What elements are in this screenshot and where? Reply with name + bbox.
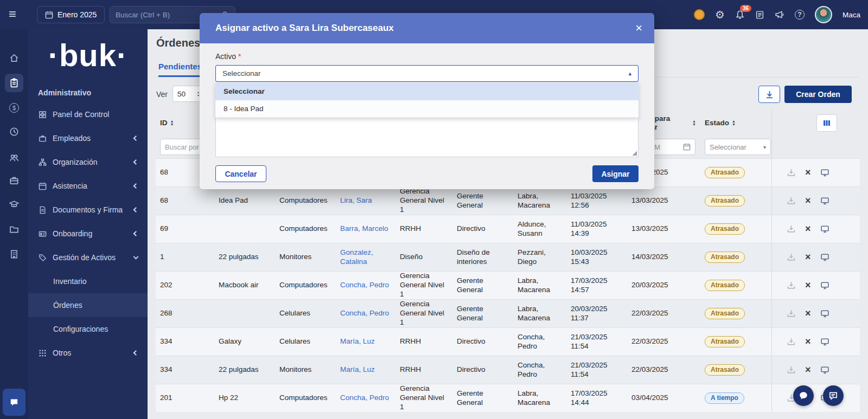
cell-asignado-por: Aldunce, Susann [513, 215, 566, 243]
assign-download-icon[interactable] [787, 196, 796, 205]
assign-download-icon[interactable] [787, 168, 796, 177]
device-monitor-icon[interactable] [820, 196, 829, 205]
sidebar-item-asistencia[interactable]: Asistencia [28, 174, 148, 198]
filter-estado-select[interactable]: Seleccionar ▾ [705, 139, 771, 155]
orders-clipboard-icon[interactable] [5, 74, 23, 92]
employee-link[interactable]: Concha, Pedro [340, 394, 389, 403]
briefcase-icon[interactable] [5, 171, 23, 190]
news-icon[interactable] [755, 10, 764, 20]
calendar-icon [45, 11, 53, 19]
device-monitor-icon[interactable] [820, 224, 829, 234]
user-avatar[interactable] [815, 6, 832, 23]
sidebar-subitem-configuraciones[interactable]: Configuraciones [28, 317, 148, 341]
sidebar-item-label: Gestión de Activos [53, 253, 116, 262]
sidebar-subitem-inventario[interactable]: Inventario [28, 269, 148, 293]
cancel-x-icon[interactable]: × [805, 166, 811, 179]
device-monitor-icon[interactable] [820, 168, 829, 177]
required-asterisk: * [238, 52, 241, 61]
employee-link[interactable]: Lira, Sara [340, 196, 372, 205]
device-monitor-icon[interactable] [820, 253, 829, 262]
table-body: 68 13/03/2025 Atrasado × 68 Idea Pad Com… [156, 158, 860, 412]
cancel-x-icon[interactable]: × [805, 223, 811, 235]
sidebar-item-documentos-y-firma[interactable]: Documentos y Firma [28, 198, 148, 222]
sidebar-item-onboarding[interactable]: Onboarding [28, 222, 148, 246]
documents-folder-icon[interactable] [5, 220, 23, 238]
assign-download-icon[interactable] [787, 253, 796, 262]
export-download-button[interactable] [758, 86, 780, 103]
chat-square-icon [828, 391, 838, 401]
assign-download-icon[interactable] [787, 365, 796, 375]
row-actions: × [771, 300, 860, 327]
cell-asignado-por: Labra, Macarena [513, 187, 566, 215]
tab-pendientes[interactable]: Pendientes [158, 62, 202, 77]
assign-download-icon[interactable] [787, 337, 796, 346]
payroll-dollar-icon[interactable]: $ [5, 99, 23, 117]
sidebar-subitem-ordenes[interactable]: Órdenes [28, 293, 148, 317]
employee-link[interactable]: Gonzalez, Catalina [340, 248, 391, 267]
assign-download-icon[interactable] [787, 281, 796, 290]
period-selector[interactable]: Enero 2025 [37, 6, 105, 23]
resize-handle[interactable] [633, 151, 637, 156]
header-estado[interactable]: Estado▲▼ [700, 111, 771, 136]
device-monitor-icon[interactable] [820, 365, 829, 375]
sidebar-item-otros[interactable]: Otros [28, 341, 148, 365]
sidebar-item-empleados[interactable]: Empleados [28, 126, 148, 150]
chevron-left-icon [133, 350, 139, 356]
activo-select-value: Seleccionar [222, 69, 261, 78]
launcher-chat-button[interactable] [3, 389, 25, 416]
employee-link[interactable]: María, Luz [340, 337, 375, 346]
device-monitor-icon[interactable] [820, 281, 829, 290]
employee-link[interactable]: Concha, Pedro [340, 309, 389, 318]
activo-select[interactable]: Seleccionar ▴ [215, 65, 639, 82]
user-name: Maca [843, 11, 860, 19]
cell-asignado-por: Labra, Macarena [513, 384, 566, 412]
row-actions: × [771, 384, 860, 412]
people-icon[interactable] [5, 149, 23, 167]
training-cap-icon[interactable] [5, 195, 23, 214]
assign-asset-modal: Asignar activo a Sara Lira Subercaseaux … [200, 13, 654, 189]
dropdown-option-idea-pad[interactable]: 8 - Idea Pad [215, 100, 639, 118]
cell-id: 334 [156, 328, 214, 356]
employee-link[interactable]: María, Luz [340, 365, 375, 375]
cancel-x-icon[interactable]: × [805, 336, 811, 348]
cell-fecha: 11/03/2025 14:39 [566, 215, 627, 243]
cancel-x-icon[interactable]: × [805, 251, 811, 263]
cell-area: Gerencia General Nivel 1 [395, 300, 452, 327]
home-icon[interactable] [5, 49, 23, 67]
cell-nombre: 22 pulgadas [214, 356, 275, 384]
cancel-x-icon[interactable]: × [805, 307, 811, 320]
cancel-x-icon[interactable]: × [805, 195, 811, 207]
sidebar-item-organizacion[interactable]: Organización [28, 150, 148, 174]
cancel-x-icon[interactable]: × [805, 279, 811, 292]
create-order-button[interactable]: Crear Orden [784, 86, 852, 103]
chat-fab-button[interactable] [793, 385, 814, 406]
cancel-x-icon[interactable]: × [805, 364, 811, 376]
dropdown-option-seleccionar[interactable]: Seleccionar [215, 82, 639, 100]
time-clock-icon[interactable] [5, 123, 23, 141]
assign-button[interactable]: Asignar [592, 165, 639, 182]
close-icon[interactable]: × [635, 21, 642, 35]
settings-gear-icon[interactable]: ⚙ [715, 9, 725, 20]
device-monitor-icon[interactable] [820, 309, 829, 318]
sidebar-item-gestion-de-activos[interactable]: Gestión de Activos [28, 246, 148, 269]
notifications-bell-icon[interactable]: 36 [735, 10, 745, 20]
cancel-button[interactable]: Cancelar [215, 165, 266, 182]
megaphone-icon[interactable] [775, 10, 784, 20]
company-building-icon[interactable] [5, 245, 23, 263]
support-fab-button[interactable] [823, 385, 844, 406]
employee-link[interactable]: Barra, Marcelo [340, 224, 388, 234]
cell-area: Diseño [395, 243, 452, 271]
help-icon[interactable]: ? [795, 10, 805, 20]
device-monitor-icon[interactable] [820, 337, 829, 346]
cell-fecha-asignar: 03/04/2025 [627, 384, 700, 412]
cell-categoria: Computadores [275, 187, 336, 215]
employee-link[interactable]: Concha, Pedro [340, 281, 389, 290]
grid-dots-icon [38, 349, 47, 357]
sidebar-item-panel-de-control[interactable]: Panel de Control [28, 102, 148, 126]
column-picker-button[interactable] [816, 114, 837, 132]
coin-icon[interactable] [694, 9, 705, 20]
chevron-down-icon [133, 254, 139, 260]
hamburger-menu-icon[interactable]: ≡ [9, 7, 16, 21]
assign-download-icon[interactable] [787, 309, 796, 318]
assign-download-icon[interactable] [787, 224, 796, 234]
